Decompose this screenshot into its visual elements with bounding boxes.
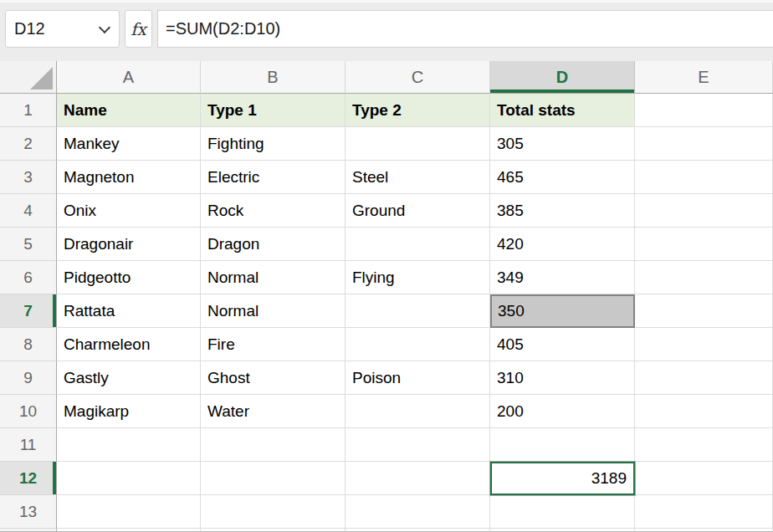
- row-header-13[interactable]: 13: [0, 495, 57, 529]
- cell-B9[interactable]: Ghost: [201, 361, 346, 395]
- cell-D9[interactable]: 310: [490, 361, 635, 395]
- cell-partial-B: [201, 529, 346, 532]
- col-header-B[interactable]: B: [201, 61, 346, 94]
- formula-toolbar: D12 fx =SUM(D2:D10): [0, 0, 773, 61]
- col-header-C[interactable]: C: [346, 61, 490, 94]
- formula-bar[interactable]: =SUM(D2:D10): [157, 10, 773, 48]
- cell-C6[interactable]: Flying: [346, 261, 490, 294]
- cell-D10[interactable]: 200: [490, 395, 635, 428]
- col-header-E[interactable]: E: [635, 61, 773, 94]
- cell-E10[interactable]: [635, 395, 773, 428]
- cell-B3[interactable]: Electric: [201, 161, 346, 194]
- cell-B11[interactable]: [201, 428, 346, 462]
- cell-D11[interactable]: [490, 428, 635, 462]
- cell-E8[interactable]: [635, 328, 773, 361]
- select-all-triangle-icon: [30, 67, 53, 90]
- cell-C12[interactable]: [346, 462, 490, 495]
- row-header-9[interactable]: 9: [0, 361, 57, 395]
- cell-C11[interactable]: [346, 428, 490, 462]
- col-header-D[interactable]: D: [490, 61, 635, 94]
- cell-A5[interactable]: Dragonair: [57, 228, 201, 261]
- cell-E12[interactable]: [635, 462, 773, 495]
- cell-B6[interactable]: Normal: [201, 261, 346, 294]
- name-box-value: D12: [14, 19, 45, 38]
- row-header-7[interactable]: 7: [0, 294, 57, 328]
- cell-C2[interactable]: [346, 127, 490, 161]
- cell-D8[interactable]: 405: [490, 328, 635, 361]
- cell-B12[interactable]: [201, 462, 346, 495]
- select-all-corner[interactable]: [0, 61, 57, 94]
- col-header-A[interactable]: A: [57, 61, 201, 94]
- cell-B13[interactable]: [201, 495, 346, 529]
- cell-A9[interactable]: Gastly: [57, 361, 201, 395]
- cell-C8[interactable]: [346, 328, 490, 361]
- row-header-5[interactable]: 5: [0, 228, 57, 261]
- cell-C5[interactable]: [346, 228, 490, 261]
- cell-A6[interactable]: Pidgeotto: [57, 261, 201, 294]
- cell-partial-D: [490, 529, 635, 532]
- cell-A2[interactable]: Mankey: [57, 127, 201, 161]
- cell-D7[interactable]: 350: [490, 294, 635, 328]
- cell-B1[interactable]: Type 1: [201, 94, 346, 127]
- cell-C9[interactable]: Poison: [346, 361, 490, 395]
- row-header-2[interactable]: 2: [0, 127, 57, 161]
- cell-C3[interactable]: Steel: [346, 161, 490, 194]
- cell-D5[interactable]: 420: [490, 228, 635, 261]
- cell-B8[interactable]: Fire: [201, 328, 346, 361]
- cell-D3[interactable]: 465: [490, 161, 635, 194]
- insert-function-button[interactable]: fx: [125, 10, 152, 48]
- cell-partial-C: [346, 529, 490, 532]
- cell-D13[interactable]: [490, 495, 635, 529]
- cell-D6[interactable]: 349: [490, 261, 635, 294]
- cell-E5[interactable]: [635, 228, 773, 261]
- name-box[interactable]: D12: [5, 10, 120, 48]
- cell-A8[interactable]: Charmeleon: [57, 328, 201, 361]
- row-header-12[interactable]: 12: [0, 462, 57, 495]
- cell-C4[interactable]: Ground: [346, 194, 490, 228]
- cell-E13[interactable]: [635, 495, 773, 529]
- row-header-8[interactable]: 8: [0, 328, 57, 361]
- cell-D4[interactable]: 385: [490, 194, 635, 228]
- cell-D1[interactable]: Total stats: [490, 94, 635, 127]
- cell-E1[interactable]: [635, 94, 773, 127]
- cell-B10[interactable]: Water: [201, 395, 346, 428]
- cell-A1[interactable]: Name: [57, 94, 201, 127]
- cell-A11[interactable]: [57, 428, 201, 462]
- cell-E6[interactable]: [635, 261, 773, 294]
- formula-text: =SUM(D2:D10): [166, 19, 280, 38]
- cell-C1[interactable]: Type 2: [346, 94, 490, 127]
- cell-A13[interactable]: [57, 495, 201, 529]
- cell-A10[interactable]: Magikarp: [57, 395, 201, 428]
- cell-E3[interactable]: [635, 161, 773, 194]
- cell-B2[interactable]: Fighting: [201, 127, 346, 161]
- chevron-down-icon[interactable]: [99, 21, 110, 33]
- row-header-10[interactable]: 10: [0, 395, 57, 428]
- spreadsheet-grid: ABCDE1NameType 1Type 2Total stats2Mankey…: [0, 61, 773, 532]
- row-header-3[interactable]: 3: [0, 161, 57, 194]
- row-header-1[interactable]: 1: [0, 94, 57, 127]
- cell-A3[interactable]: Magneton: [57, 161, 201, 194]
- row-header-4[interactable]: 4: [0, 194, 57, 228]
- cell-C13[interactable]: [346, 495, 490, 529]
- cell-B7[interactable]: Normal: [201, 294, 346, 328]
- row-header-partial: [0, 529, 57, 532]
- row-header-11[interactable]: 11: [0, 428, 57, 462]
- cell-D12[interactable]: 3189: [490, 462, 635, 495]
- cell-B4[interactable]: Rock: [201, 194, 346, 228]
- cell-C7[interactable]: [346, 294, 490, 328]
- cell-E4[interactable]: [635, 194, 773, 228]
- row-header-6[interactable]: 6: [0, 261, 57, 294]
- cell-A7[interactable]: Rattata: [57, 294, 201, 328]
- cell-B5[interactable]: Dragon: [201, 228, 346, 261]
- cell-E9[interactable]: [635, 361, 773, 395]
- excel-window: D12 fx =SUM(D2:D10) ABCDE1NameType 1Type…: [0, 0, 773, 532]
- cell-E7[interactable]: [635, 294, 773, 328]
- fx-icon: fx: [131, 19, 146, 39]
- cell-C10[interactable]: [346, 395, 490, 428]
- cell-E2[interactable]: [635, 127, 773, 161]
- cell-partial-A: [57, 529, 201, 532]
- cell-A12[interactable]: [57, 462, 201, 495]
- cell-E11[interactable]: [635, 428, 773, 462]
- cell-A4[interactable]: Onix: [57, 194, 201, 228]
- cell-D2[interactable]: 305: [490, 127, 635, 161]
